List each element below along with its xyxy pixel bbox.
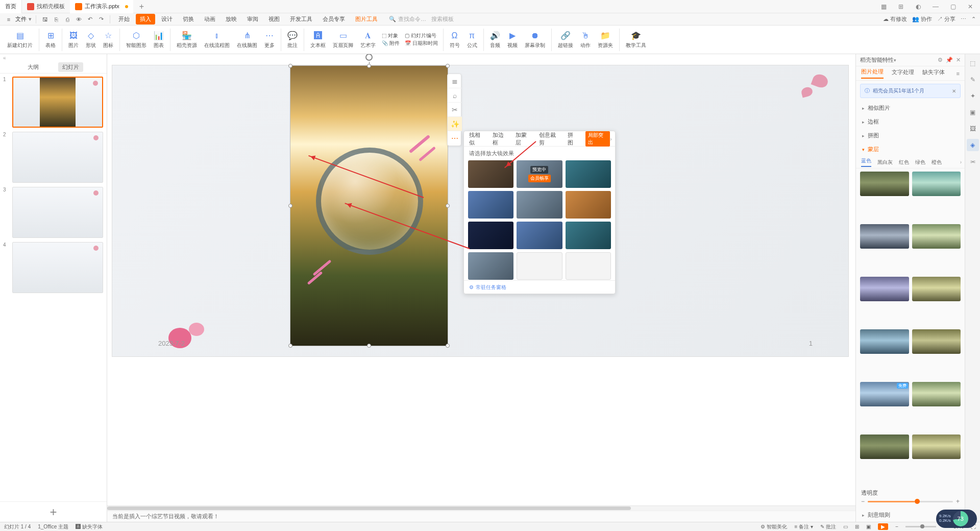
settings-icon[interactable]: ⚙ <box>938 57 943 63</box>
strip-animate-icon[interactable]: ✦ <box>967 90 979 102</box>
thumbnail-2[interactable] <box>12 132 103 183</box>
pin-icon[interactable]: 📌 <box>946 57 953 63</box>
color-tab-bw[interactable]: 黑白灰 <box>877 159 893 166</box>
resize-handle[interactable] <box>446 64 450 68</box>
avatar-icon[interactable]: ◐ <box>913 1 924 12</box>
print-icon[interactable]: ⎙ <box>63 15 72 24</box>
tab-insert[interactable]: 插入 <box>136 14 155 25</box>
filter-preset[interactable] <box>912 435 961 459</box>
ribbon-chart[interactable]: 📊图表 <box>151 27 167 53</box>
opacity-slider[interactable]: − + <box>856 498 965 508</box>
ribbon-datetime[interactable]: 📅 日期和时间 <box>405 40 438 47</box>
resize-handle[interactable] <box>367 344 371 348</box>
effect-preset[interactable] <box>468 252 513 280</box>
color-tab-green[interactable]: 绿色 <box>915 159 925 166</box>
zoom-out-icon[interactable]: − <box>895 524 898 529</box>
effect-preset-preview[interactable]: 预览中会员畅享 <box>517 160 562 188</box>
ribbon-docer[interactable]: 🏪稻壳资源 <box>174 27 200 53</box>
cloud-modified[interactable]: ☁ 有修改 <box>883 15 907 23</box>
side-tab-text[interactable]: 文字处理 <box>892 68 914 78</box>
ribbon-attachment[interactable]: 📎 附件 <box>382 40 400 47</box>
ribbon-action[interactable]: 🖱动作 <box>577 27 594 53</box>
minimize-button[interactable]: — <box>930 1 941 12</box>
popup-tab-highlight[interactable]: 局部突出 <box>585 131 610 147</box>
effect-preset[interactable] <box>517 252 562 280</box>
tab-animation[interactable]: 动画 <box>200 14 219 25</box>
vip-banner[interactable]: ⓘ 稻壳会员买1年送1个月 ✕ <box>860 84 961 98</box>
search-template[interactable]: 搜索模板 <box>431 15 454 23</box>
redo-icon[interactable]: ↷ <box>96 15 106 24</box>
chevron-icon[interactable]: ⌃ <box>971 16 976 22</box>
filter-preset[interactable] <box>912 172 961 196</box>
ribbon-shape[interactable]: ◇形状 <box>83 27 99 53</box>
strip-help-icon[interactable]: ⫘ <box>967 155 979 167</box>
filter-preset[interactable] <box>912 277 961 301</box>
view-normal-icon[interactable]: ▭ <box>843 524 848 529</box>
section-similar[interactable]: ▸相似图片 <box>856 101 965 115</box>
more-icon[interactable]: ⋯ <box>961 16 966 22</box>
effect-preset[interactable] <box>566 191 611 219</box>
popup-tab-mask[interactable]: 加蒙层 <box>516 131 532 147</box>
filter-preset[interactable] <box>860 435 909 459</box>
tab-view[interactable]: 视图 <box>264 14 284 25</box>
color-tab-red[interactable]: 红色 <box>899 159 909 166</box>
effect-preset[interactable] <box>566 160 611 188</box>
tab-transition[interactable]: 切换 <box>179 14 198 25</box>
menu-icon[interactable]: ≡ <box>4 15 13 24</box>
filter-preset[interactable] <box>860 329 909 354</box>
resize-handle[interactable] <box>446 204 450 208</box>
ribbon-wordart[interactable]: 𝐀艺术字 <box>357 27 379 53</box>
zoom-icon[interactable]: ⌕ <box>448 88 462 103</box>
ribbon-hyperlink[interactable]: 🔗超链接 <box>555 27 576 53</box>
effect-preset[interactable] <box>566 222 611 249</box>
chevron-right-icon[interactable]: › <box>610 136 612 142</box>
close-banner-icon[interactable]: ✕ <box>952 88 956 94</box>
tab-home[interactable]: 首页 <box>0 0 22 13</box>
thumbnail-1[interactable] <box>12 77 103 128</box>
resize-handle[interactable] <box>446 344 450 348</box>
ribbon-equation[interactable]: π公式 <box>464 27 480 53</box>
notes-area[interactable]: 当前是插入一个综艺节目视频，敬请观看！ <box>107 511 855 522</box>
strip-select-icon[interactable]: ⬚ <box>967 57 979 69</box>
share-button[interactable]: ↗ 分享 <box>937 15 955 23</box>
resize-handle[interactable] <box>367 64 371 68</box>
close-panel-icon[interactable]: ✕ <box>956 57 961 63</box>
collapse-icon[interactable]: « <box>0 54 107 61</box>
ribbon-new-slide[interactable]: ▤新建幻灯片 <box>4 27 36 53</box>
ribbon-object[interactable]: ⬚ 对象 <box>382 32 400 39</box>
ribbon-header-footer[interactable]: ▭页眉页脚 <box>330 27 356 53</box>
section-mask[interactable]: ▾蒙层 <box>856 142 965 156</box>
add-slide-button[interactable]: + <box>0 501 107 522</box>
ribbon-teaching[interactable]: 🎓教学工具 <box>623 27 649 53</box>
view-reading-icon[interactable]: ▣ <box>866 524 871 529</box>
thumbs-tab-outline[interactable]: 大纲 <box>23 62 43 72</box>
filter-preset[interactable] <box>912 329 961 354</box>
grid-icon[interactable]: ▦ <box>878 1 889 12</box>
magic-icon[interactable]: ✨ <box>448 117 462 131</box>
collab-button[interactable]: 👥 协作 <box>912 15 932 23</box>
crop-icon[interactable]: ✂ <box>448 103 462 117</box>
ribbon-flowchart[interactable]: ⫾在线流程图 <box>201 27 233 53</box>
ribbon-slide-number[interactable]: ▢ 幻灯片编号 <box>405 32 438 39</box>
strip-style-icon[interactable]: ✎ <box>967 74 979 86</box>
search-cmd[interactable]: 查找命令… <box>398 15 426 23</box>
more-options-icon[interactable]: ⋯ <box>448 131 462 146</box>
tab-picture-tools[interactable]: 图片工具 <box>351 14 382 25</box>
ribbon-smartart[interactable]: ⬡智能图形 <box>123 27 150 53</box>
color-tab-blue[interactable]: 蓝色 <box>861 157 871 167</box>
popup-tab-collage[interactable]: 拼图 <box>568 131 578 147</box>
preview-icon[interactable]: 👁 <box>74 15 83 24</box>
ribbon-more[interactable]: ⋯更多 <box>261 27 278 53</box>
file-menu[interactable]: 文件 <box>15 15 27 23</box>
ribbon-textbox[interactable]: 🅰文本框 <box>307 27 329 53</box>
filter-preset[interactable] <box>860 172 909 196</box>
ribbon-symbol[interactable]: Ω符号 <box>447 27 463 53</box>
performance-widget[interactable]: 9.2K/s 0.2K/s 73 <box>936 510 977 528</box>
section-collage[interactable]: ▸拼图 <box>856 129 965 142</box>
status-missing-font[interactable]: 🅰 缺失字体 <box>76 523 103 530</box>
popup-pin-taskpane[interactable]: ⚙常驻任务窗格 <box>464 280 615 294</box>
thumbnail-4[interactable] <box>12 242 103 293</box>
strip-ai-icon[interactable]: ◈ <box>967 139 979 151</box>
resize-handle[interactable] <box>288 204 292 208</box>
resize-handle[interactable] <box>288 64 292 68</box>
